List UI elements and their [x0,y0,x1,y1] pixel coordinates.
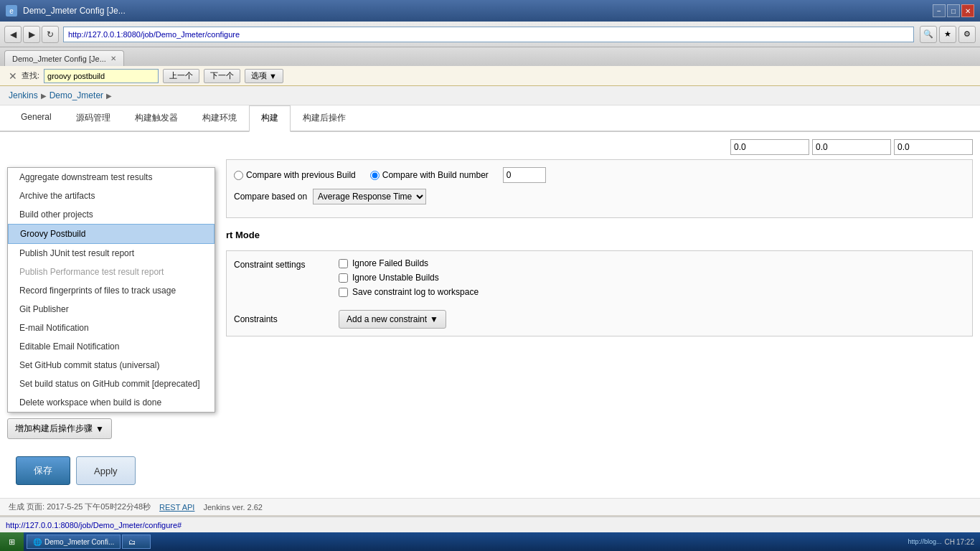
clock: 17:22 [956,538,974,546]
build-number-input[interactable] [503,167,546,183]
refresh-button[interactable]: ↻ [42,26,59,43]
constraint-settings-label: Constraint settings [234,258,327,301]
find-next-button[interactable]: 下一个 [204,69,240,83]
tools-icon[interactable]: ⚙ [958,26,976,43]
top-fields-row [226,139,973,155]
save-log-label: Save constraint log to workspace [352,287,479,297]
search-icon[interactable]: 🔍 [920,26,937,43]
compare-radio-row: Compare with previous Build Compare with… [234,167,965,183]
maximize-button[interactable]: □ [947,4,960,17]
tab-general[interactable]: General [9,105,64,131]
menu-item-editable-email[interactable]: Editable Email Notification [8,337,215,356]
right-panel: Compare with previous Build Compare with… [226,139,973,496]
top-field-3[interactable] [894,139,973,155]
constraints-label: Constraints [234,314,327,324]
add-step-container: 增加构建后操作步骤 ▼ [7,413,219,445]
breadcrumb-jenkins[interactable]: Jenkins [9,90,38,100]
breadcrumb: Jenkins ▶ Demo_Jmeter ▶ [0,86,980,105]
menu-item-aggregate[interactable]: Aggregate downstream test results [8,168,215,187]
checkbox-save-log: Save constraint log to workspace [339,287,479,297]
ignore-failed-checkbox[interactable] [339,259,348,268]
window-title: Demo_Jmeter Config [Je... [23,6,126,16]
page-content: Jenkins ▶ Demo_Jmeter ▶ General 源码管理 构建触… [0,86,980,515]
breadcrumb-sep1: ▶ [41,92,47,100]
save-button[interactable]: 保存 [16,456,70,485]
checkbox-ignore-unstable: Ignore Unstable Builds [339,273,479,283]
constraint-layout: Constraint settings Ignore Failed Builds… [234,258,965,301]
menu-item-delete-ws[interactable]: Delete workspace when build is done [8,393,215,412]
taskbar-item-browser[interactable]: 🌐 Demo_Jmeter Confi... [27,534,121,549]
top-field-1[interactable] [730,139,809,155]
mode-section-title: rt Mode [226,225,973,245]
minimize-button[interactable]: − [933,4,946,17]
taskbar-right: http://blog... CH 17:22 [902,538,980,546]
dropdown-menu: Aggregate downstream test results Archiv… [7,167,215,413]
find-prev-button[interactable]: 上一个 [163,69,199,83]
tab-post[interactable]: 构建后操作 [291,105,358,131]
menu-item-archive[interactable]: Archive the artifacts [8,187,215,205]
menu-item-performance: Publish Performance test result report [8,263,215,281]
browser-tab[interactable]: Demo_Jmeter Config [Je... ✕ [4,50,124,66]
lang-indicator: CH [945,538,955,546]
menu-item-github-deprecated[interactable]: Set build status on GitHub commit [depre… [8,375,215,393]
save-log-checkbox[interactable] [339,288,348,297]
tab-label: Demo_Jmeter Config [Je... [12,55,106,63]
footer-rest-api[interactable]: REST API [159,503,194,512]
navigation-bar: ◀ ▶ ↻ 🔍 ★ ⚙ [0,22,980,47]
menu-item-groovy-postbuild[interactable]: Groovy Postbuild [8,224,215,244]
compare-select[interactable]: Average Response Time Median Response Ti… [313,189,426,204]
favorites-icon[interactable]: ★ [939,26,956,43]
radio-compare-prev[interactable]: Compare with previous Build [234,170,356,180]
checkbox-ignore-failed: Ignore Failed Builds [339,258,479,268]
ignore-failed-label: Ignore Failed Builds [352,258,428,268]
status-url: http://127.0.0.1:8080/job/Demo_Jmeter/co… [6,521,182,529]
title-bar: e Demo_Jmeter Config [Je... − □ ✕ [0,0,980,22]
compare-based-label: Compare based on [234,192,307,202]
breadcrumb-demo[interactable]: Demo_Jmeter [50,90,103,100]
tab-build[interactable]: 构建 [249,105,291,132]
address-bar[interactable] [63,27,914,42]
taskbar-url: http://blog... [908,538,941,545]
find-label: 查找: [22,70,39,81]
constraints-row: Constraints Add a new constraint ▼ [234,310,965,329]
forward-button[interactable]: ▶ [23,26,40,43]
compare-based-row: Compare based on Average Response Time M… [234,189,965,204]
menu-item-junit[interactable]: Publish JUnit test result report [8,244,215,263]
add-constraint-button[interactable]: Add a new constraint ▼ [339,310,446,329]
find-options-button[interactable]: 选项 ▼ [245,69,283,83]
menu-item-fingerprints[interactable]: Record fingerprints of files to track us… [8,281,215,300]
tab-env[interactable]: 构建环境 [190,105,249,131]
breadcrumb-sep2: ▶ [106,92,112,100]
status-bar: http://127.0.0.1:8080/job/Demo_Jmeter/co… [0,517,980,532]
tab-triggers[interactable]: 构建触发器 [123,105,190,131]
radio-compare-num[interactable]: Compare with Build number [370,170,489,180]
browser-tab-bar: Demo_Jmeter Config [Je... ✕ [0,47,980,66]
find-input[interactable] [44,69,159,83]
tab-scm[interactable]: 源码管理 [64,105,123,131]
config-tab-bar: General 源码管理 构建触发器 构建环境 构建 构建后操作 [0,105,980,132]
find-close-button[interactable]: ✕ [9,70,17,82]
footer-generated: 生成 页面: 2017-5-25 下午05时22分48秒 [9,501,151,512]
footer-version: Jenkins ver. 2.62 [203,503,263,512]
main-area: Aggregate downstream test results Archiv… [0,132,980,504]
apply-button[interactable]: Apply [76,456,136,485]
action-buttons: 保存 Apply [7,445,219,496]
taskbar-item-folder[interactable]: 🗂 [122,534,151,549]
tab-close-button[interactable]: ✕ [110,55,116,62]
menu-item-build-other[interactable]: Build other projects [8,205,215,224]
menu-item-email[interactable]: E-mail Notification [8,319,215,337]
start-icon: ⊞ [9,537,15,547]
menu-item-github-status[interactable]: Set GitHub commit status (universal) [8,356,215,375]
ignore-unstable-checkbox[interactable] [339,273,348,283]
constraint-section: Constraint settings Ignore Failed Builds… [226,250,973,336]
top-field-2[interactable] [812,139,891,155]
menu-item-git-publisher[interactable]: Git Publisher [8,300,215,319]
close-button[interactable]: ✕ [961,4,974,17]
page-footer: 生成 页面: 2017-5-25 下午05时22分48秒 REST API Je… [0,498,980,515]
back-button[interactable]: ◀ [4,26,22,43]
window-controls: − □ ✕ [933,4,974,17]
constraint-checkboxes: Ignore Failed Builds Ignore Unstable Bui… [339,258,479,301]
taskbar: ⊞ 🌐 Demo_Jmeter Confi... 🗂 http://blog..… [0,532,980,551]
add-step-button[interactable]: 增加构建后操作步骤 ▼ [7,418,112,439]
start-button[interactable]: ⊞ [0,532,24,551]
